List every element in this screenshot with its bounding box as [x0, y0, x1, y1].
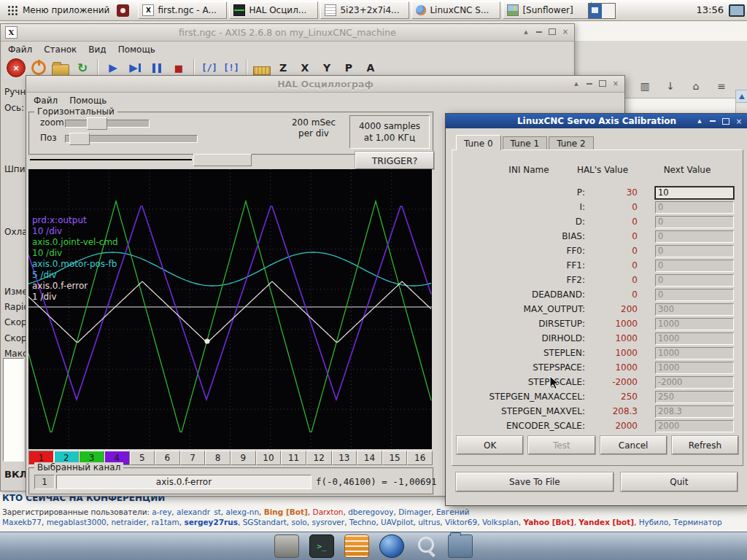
channel-button-11[interactable]: 11 [281, 451, 306, 465]
axis-shade-button[interactable]: ▲ [520, 26, 532, 37]
cal-next-value-input[interactable]: 1000 [655, 318, 734, 330]
taskbar-window-button[interactable]: HAL Осцил... [229, 1, 318, 19]
search-icon[interactable] [414, 535, 438, 557]
axis-maximize-button[interactable] [546, 26, 558, 37]
quit-button[interactable]: Quit [621, 472, 738, 491]
drive-icon[interactable] [274, 534, 299, 558]
forum-user-link[interactable]: ultrus [418, 518, 440, 526]
tab-tune-1[interactable]: Tune 1 [503, 136, 548, 150]
channel-button-15[interactable]: 15 [382, 451, 408, 465]
forum-user-link[interactable]: Maxekb77 [2, 518, 42, 526]
cal-next-value-input[interactable]: 0 [655, 289, 734, 301]
machine-power-icon[interactable] [30, 59, 47, 77]
calibration-titlebar[interactable]: LinuxCNC Servo Axis Calibration ▲ × [446, 114, 747, 128]
tab-tune-2[interactable]: Tune 2 [549, 136, 594, 150]
applications-menu-button[interactable]: Меню приложений [1, 1, 115, 19]
scope-titlebar[interactable]: HAL Осциллограф ▲ × [26, 76, 624, 93]
cancel-button[interactable]: Cancel [600, 436, 667, 454]
cal-next-value-input[interactable]: 208.3 [655, 405, 734, 418]
channel-button-5[interactable]: 5 [130, 451, 155, 465]
axis-menu-item[interactable]: Помощь [112, 42, 161, 57]
calibration-maximize-button[interactable] [720, 116, 732, 126]
channel-button-7[interactable]: 7 [180, 451, 206, 465]
forum-user-link[interactable]: Bing [Bot] [264, 508, 308, 516]
channel-button-13[interactable]: 13 [332, 451, 357, 465]
refresh-button[interactable]: Refresh [672, 436, 738, 454]
trigger-position-line[interactable] [30, 159, 192, 160]
file-manager-icon[interactable] [448, 534, 473, 558]
workspace-1[interactable] [589, 4, 602, 18]
block-delete-icon[interactable]: [/] [201, 59, 218, 77]
pos-slider-handle[interactable] [69, 133, 90, 145]
channel-button-14[interactable]: 14 [357, 451, 382, 465]
forum-user-link[interactable]: Yahoo [Bot] [524, 518, 574, 526]
forum-user-link[interactable]: alexandr_st [177, 508, 221, 516]
forum-user-link[interactable]: Techno [349, 518, 376, 526]
channel-button-8[interactable]: 8 [205, 451, 231, 465]
axis-letter-button-Y[interactable]: Y [319, 59, 335, 77]
forum-user-link[interactable]: UAVpilot [381, 518, 413, 526]
forum-user-link[interactable]: Евгений [436, 508, 469, 516]
library-icon[interactable]: ▥ [635, 77, 654, 95]
cal-next-value-input[interactable]: 0 [655, 216, 734, 228]
cal-next-value-input[interactable]: 0 [655, 230, 734, 243]
forum-user-link[interactable]: Darxton [313, 508, 344, 516]
ruler-icon[interactable] [253, 59, 271, 77]
taskbar-window-button[interactable]: Xfirst.ngc - A... [138, 1, 227, 19]
axis-menu-item[interactable]: Файл [2, 42, 38, 57]
forum-user-link[interactable]: megablast3000 [47, 518, 107, 526]
forum-user-link[interactable]: Dimager [398, 508, 431, 516]
scope-menu-item[interactable]: Помощь [63, 93, 112, 108]
taskbar-window-button[interactable]: LinuxCNC S... [411, 1, 500, 19]
axis-minimize-button[interactable] [533, 26, 545, 37]
display-settings-icon[interactable] [729, 4, 745, 17]
zoom-slider[interactable] [65, 120, 150, 128]
tab-tune-0[interactable]: Tune 0 [456, 135, 501, 150]
scope-maximize-button[interactable] [597, 78, 608, 89]
forum-user-link[interactable]: Yandex [bot] [578, 518, 634, 526]
forum-user-link[interactable]: ra1tam [151, 518, 179, 526]
forum-user-link[interactable]: Viktor69 [445, 518, 477, 526]
cal-next-value-input[interactable]: 0 [655, 201, 734, 214]
axis-close-button[interactable]: × [560, 26, 571, 37]
selected-channel-name[interactable]: axis.0.f-error [56, 475, 311, 489]
web-browser-icon[interactable] [379, 534, 404, 558]
axis-letter-button-P[interactable]: P [341, 59, 357, 77]
forum-user-link[interactable]: Нубило [639, 518, 669, 526]
download-icon[interactable]: ↓ [661, 77, 680, 95]
open-file-icon[interactable] [52, 59, 69, 77]
hamburger-menu-icon[interactable]: ≡ [712, 77, 731, 95]
cal-next-value-input[interactable]: 0 [655, 260, 734, 272]
channel-button-6[interactable]: 6 [155, 451, 180, 465]
pause-program-icon[interactable] [148, 59, 166, 77]
forum-user-link[interactable]: Терминатор [673, 518, 722, 526]
forum-user-link[interactable]: Volksplan [482, 518, 519, 526]
channel-button-10[interactable]: 10 [256, 451, 282, 465]
forum-user-link[interactable]: SGStandart [243, 518, 287, 526]
run-program-icon[interactable]: ▶ [104, 59, 122, 77]
scope-shade-button[interactable]: ▲ [570, 78, 582, 89]
scroll-up-arrow[interactable] [735, 90, 747, 103]
stop-program-icon[interactable]: ■ [170, 59, 187, 77]
scope-close-button[interactable]: × [610, 78, 622, 89]
estop-icon[interactable]: × [7, 58, 26, 77]
optional-stop-icon[interactable]: [!] [222, 59, 240, 77]
cal-next-value-input[interactable]: 1000 [655, 332, 734, 345]
cal-next-value-input[interactable]: 250 [655, 391, 734, 403]
workspace-2[interactable] [602, 4, 615, 18]
cal-next-value-input[interactable]: -2000 [655, 376, 734, 389]
cal-next-value-input[interactable]: 1000 [655, 347, 734, 359]
cal-next-value-input[interactable]: 0 [655, 245, 734, 257]
axis-titlebar[interactable]: X first.ngc - AXIS 2.6.8 on my_LinuxCNC_… [1, 24, 574, 42]
zoom-slider-handle[interactable] [87, 117, 107, 130]
save-to-file-button[interactable]: Save To File [456, 472, 614, 491]
screenshot-app-icon[interactable] [117, 4, 129, 17]
home-icon[interactable]: ⌂ [686, 77, 705, 95]
axis-letter-button-X[interactable]: X [297, 59, 313, 77]
axis-letter-button-Z[interactable]: Z [275, 59, 291, 77]
calibration-shade-button[interactable]: ▲ [694, 116, 705, 126]
workspace-pager[interactable] [588, 3, 616, 19]
forum-user-link[interactable]: a-rey [152, 508, 171, 516]
calibration-minimize-button[interactable] [707, 116, 719, 126]
calibration-close-button[interactable]: × [733, 116, 745, 126]
